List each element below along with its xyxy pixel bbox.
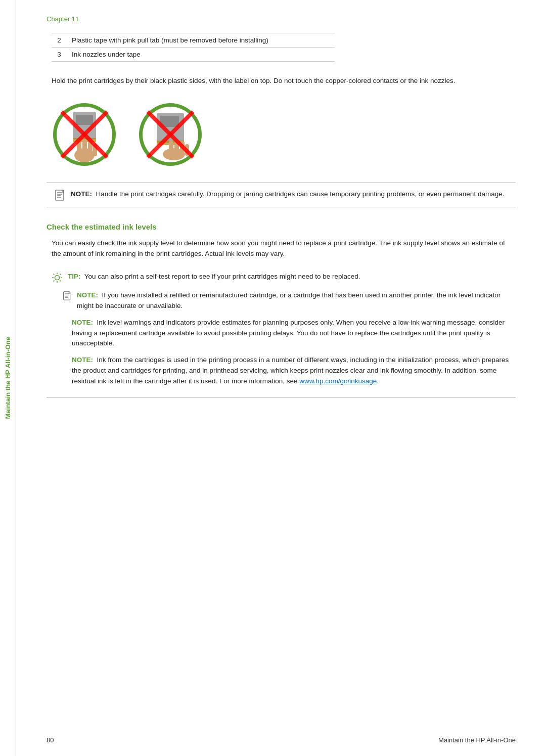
note3-paragraph: NOTE: Ink from the cartridges is used in…: [72, 355, 511, 387]
info-table: 2 Plastic tape with pink pull tab (must …: [52, 33, 335, 62]
footer-page-title: Maintain the HP All-in-One: [438, 736, 516, 744]
svg-line-35: [60, 280, 61, 281]
svg-point-29: [55, 275, 60, 280]
note2-body: Ink level warnings and indicators provid…: [72, 319, 505, 347]
body-paragraph: Hold the print cartridges by their black…: [52, 76, 516, 86]
no-touch-icon-1: [52, 102, 117, 167]
section-intro: You can easily check the ink supply leve…: [52, 238, 516, 259]
main-content: Chapter 11 2 Plastic tape with pink pull…: [16, 0, 546, 756]
table-cell-number: 2: [52, 33, 67, 48]
tip-icon: [52, 272, 63, 283]
note3-text-after: .: [377, 377, 379, 385]
table-cell-number: 3: [52, 48, 67, 62]
svg-rect-3: [76, 115, 93, 125]
svg-rect-7: [82, 139, 87, 156]
note1-body: If you have installed a refilled or rema…: [77, 291, 500, 309]
tip-text: TIP: You can also print a self-test repo…: [68, 272, 360, 282]
chapter-header: Chapter 11: [47, 15, 516, 23]
svg-line-37: [54, 280, 55, 281]
no-touch-icon-2: [138, 102, 203, 167]
tip-box: TIP: You can also print a self-test repo…: [52, 272, 511, 283]
inkusage-link[interactable]: www.hp.com/go/inkusage: [299, 377, 377, 385]
table-row: 3 Ink nozzles under tape: [52, 48, 335, 62]
svg-line-34: [54, 274, 55, 275]
note-body: Handle the print cartridges carefully. D…: [96, 190, 505, 198]
section-separator: [47, 397, 516, 397]
footer: 80 Maintain the HP All-in-One: [47, 736, 516, 744]
tip-label: TIP:: [68, 273, 81, 280]
note-icon-2: [63, 290, 72, 301]
svg-rect-24: [56, 190, 64, 200]
table-cell-desc: Plastic tape with pink pull tab (must be…: [67, 33, 335, 48]
note1-label: NOTE:: [77, 291, 98, 299]
images-section: [52, 102, 516, 167]
note3-label: NOTE:: [72, 356, 93, 364]
svg-rect-38: [64, 292, 70, 300]
note2-label: NOTE:: [72, 319, 93, 326]
svg-rect-18: [169, 141, 173, 156]
note-icon: [55, 190, 66, 201]
footer-page-number: 80: [47, 736, 54, 744]
note-box-handle: NOTE: Handle the print cartridges carefu…: [47, 183, 516, 207]
note3-body: Ink from the cartridges is used in the p…: [72, 356, 509, 385]
section-heading: Check the estimated ink levels: [47, 223, 516, 231]
tip-body: You can also print a self-test report to…: [84, 273, 360, 280]
note2-paragraph: NOTE: Ink level warnings and indicators …: [72, 318, 511, 349]
note-text-handle: NOTE: Handle the print cartridges carefu…: [71, 189, 504, 200]
note1-text: NOTE: If you have installed a refilled o…: [77, 290, 511, 312]
table-row: 2 Plastic tape with pink pull tab (must …: [52, 33, 335, 48]
note-label: NOTE:: [71, 190, 92, 198]
page-container: Maintain the HP All-in-One Chapter 11 2 …: [0, 0, 546, 756]
table-cell-desc: Ink nozzles under tape: [67, 48, 335, 62]
note-box-refilled: NOTE: If you have installed a refilled o…: [63, 290, 511, 312]
svg-line-36: [60, 274, 61, 275]
sidebar-tab-label: Maintain the HP All-in-One: [4, 337, 12, 419]
sidebar-tab: Maintain the HP All-in-One: [0, 0, 16, 756]
